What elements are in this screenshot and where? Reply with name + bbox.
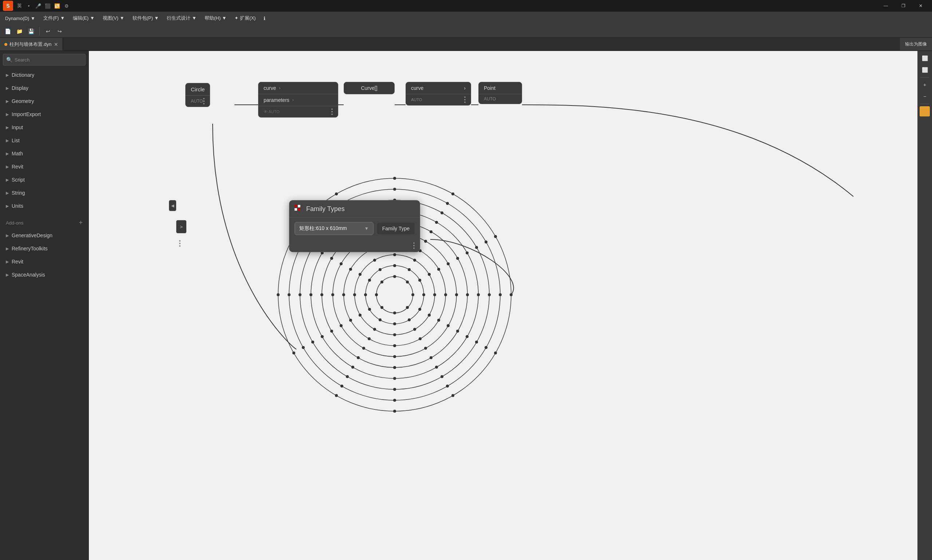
svg-point-113 [485,346,487,349]
active-tab[interactable]: 柱列与墙体布置.dyn ✕ [0,38,63,51]
sidebar-item-display[interactable]: ▶ Display [0,82,88,95]
title-bar-left: S 英 • 🎤 ⬛ 🔁 ⚙ [3,1,71,11]
svg-point-67 [456,257,459,260]
sidebar-item-geometry[interactable]: ▶ Geometry [0,95,88,108]
menu-edit[interactable]: 编辑(E) ▼ [69,14,98,23]
curvearr-header: Curve[] [344,82,394,94]
family-types-body: 矩形柱:610 x 610mm ▼ Family Type [290,218,420,239]
svg-point-10 [411,293,414,296]
export-image-button[interactable]: 输出为图像 [900,38,932,51]
menu-generative[interactable]: 衍生式设计 ▼ [163,14,200,23]
bezier-footer: AUTO [406,94,471,105]
svg-point-40 [413,328,416,331]
bezier-more-icon[interactable] [464,97,466,103]
svg-point-77 [456,330,459,332]
undo-btn[interactable]: ↩ [43,26,53,36]
sidebar-item-refinerytoolkits[interactable]: ▶ RefineryToolkits [0,242,88,255]
family-types-node: Family Types 矩形柱:610 x 610mm ▼ Family Ty… [289,200,420,252]
sidebar-item-label: Geometry [12,98,34,104]
sidebar-item-generativedesign[interactable]: ▶ GenerativeDesign [0,229,88,242]
chevron-right-icon: ▶ [6,246,9,251]
sidebar-item-label: Dictionary [12,72,34,78]
svg-point-105 [393,188,396,191]
open-file-btn[interactable]: 📁 [15,26,24,36]
close-button[interactable]: ✕ [912,0,929,12]
mic-icon: 🎤 [34,2,42,10]
tab-close-button[interactable]: ✕ [54,42,58,47]
sidebar-item-spaceanalysis[interactable]: ▶ SpaceAnalysis [0,268,88,281]
svg-point-102 [499,293,502,296]
svg-point-116 [451,192,454,195]
minimize-button[interactable]: — [877,0,894,12]
sidebar-item-list[interactable]: ▶ List [0,134,88,147]
view-toggle-btn[interactable]: ⬜ [919,53,930,63]
svg-point-29 [418,308,421,311]
svg-point-61 [340,324,343,327]
expand-panel-button[interactable]: > [176,220,186,233]
chevron-right-icon: ▶ [6,260,9,264]
family-type-port: Family Type [377,223,415,234]
menu-view[interactable]: 视图(V) ▼ [99,14,128,23]
menu-dynamo[interactable]: Dynamo(D) ▼ [2,14,39,23]
chevron-right-icon: ▶ [6,112,9,117]
family-type-dropdown[interactable]: 矩形柱:610 x 610mm ▼ [294,222,374,235]
maximize-button[interactable]: ❐ [895,0,912,12]
curve-more-icon[interactable] [331,108,333,115]
sidebar-item-script[interactable]: ▶ Script [0,173,88,186]
orange-indicator-btn[interactable] [920,106,930,117]
sidebar-item-dictionary[interactable]: ▶ Dictionary [0,68,88,82]
redo-btn[interactable]: ↪ [55,26,65,36]
sidebar-item-label: SpaceAnalysis [12,272,45,278]
chevron-right-icon: ▶ [6,73,9,77]
sidebar-item-label: Revit [12,164,23,169]
family-types-icon [294,205,303,213]
svg-point-63 [393,355,396,358]
chevron-right-icon: ▶ [6,86,9,91]
curvearr-node: Curve[] [344,82,394,94]
sidebar-item-input[interactable]: ▶ Input [0,121,88,134]
menu-info[interactable]: ℹ [260,14,269,23]
sidebar-item-label: Revit [12,259,23,265]
chevron-right-icon: ▶ [6,165,9,169]
family-types-footer [290,239,420,252]
svg-point-65 [447,324,450,327]
family-type-port-label: Family Type [382,226,410,231]
sidebar-item-importexport[interactable]: ▶ ImportExport [0,108,88,121]
svg-point-34 [373,259,376,262]
new-file-btn[interactable]: 📄 [3,26,12,36]
svg-point-122 [335,394,338,397]
svg-point-37 [359,314,362,317]
curve-port-parameters: parameters › [259,94,338,106]
svg-point-3 [344,244,445,346]
collapse-panel-button[interactable]: ◀ [169,200,176,211]
svg-point-36 [353,293,356,296]
zoom-out-btn[interactable]: − [919,91,930,102]
search-box[interactable]: 🔍 Search [3,54,86,66]
vertical-dots [179,240,180,247]
refresh-icon: 🔁 [53,2,61,10]
sidebar-item-string[interactable]: ▶ String [0,186,88,199]
save-file-btn[interactable]: 💾 [26,26,36,36]
sidebar-item-units[interactable]: ▶ Units [0,199,88,212]
svg-point-24 [364,293,367,296]
svg-point-100 [441,375,444,378]
menu-help[interactable]: 帮助(H) ▼ [201,14,230,23]
circle-more-icon[interactable] [203,98,205,105]
svg-point-30 [433,293,436,296]
menu-file[interactable]: 文件(F) ▼ [40,14,68,23]
sidebar-item-revit[interactable]: ▶ Revit [0,160,88,173]
view-toggle-btn-2[interactable]: ⬜ [919,65,930,75]
sidebar-item-label: Math [12,151,23,157]
svg-point-13 [381,280,384,283]
menu-package[interactable]: 软件包(P) ▼ [129,14,163,23]
app-logo: S [3,1,13,11]
sidebar-item-revit-addon[interactable]: ▶ Revit [0,255,88,268]
family-more-icon[interactable] [413,242,415,249]
addons-add-button[interactable]: + [79,219,83,227]
menu-extensions[interactable]: ✦ 扩展(X) [231,14,259,23]
sidebar-item-math[interactable]: ▶ Math [0,147,88,160]
svg-point-98 [346,375,349,378]
svg-point-125 [494,351,497,354]
zoom-in-btn[interactable]: + [919,80,930,90]
svg-point-17 [406,306,409,309]
